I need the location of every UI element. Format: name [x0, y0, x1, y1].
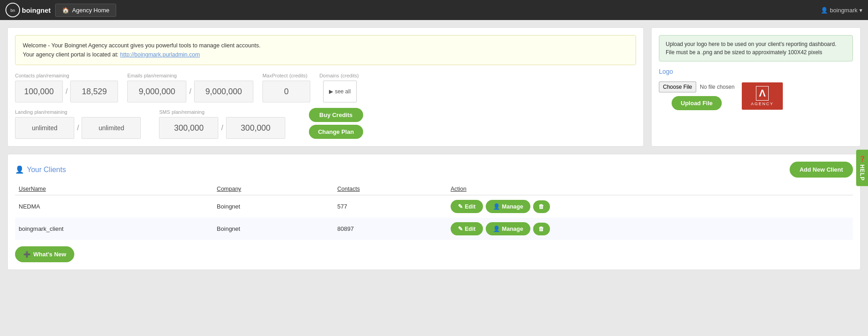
emails-divider: /	[189, 87, 191, 96]
sms-plan-value: 300,000	[159, 117, 218, 139]
col-action: Action	[447, 183, 853, 195]
action-cell-1: ✎ Edit 👤 Manage 🗑	[451, 222, 849, 235]
clients-table: UserName Company Contacts Action NEDMA B…	[15, 183, 853, 240]
clients-header: 👤 Your Clients Add New Client	[15, 162, 853, 178]
emails-boxes: 9,000,000 / 9,000,000	[127, 81, 253, 102]
agency-home-label: Agency Home	[72, 7, 109, 14]
edit-button-0[interactable]: ✎ Edit	[451, 200, 483, 213]
manage-icon-1: 👤	[493, 225, 500, 232]
contacts-divider: /	[66, 87, 67, 96]
client-username-1: boingmark_client	[15, 218, 213, 240]
change-plan-button[interactable]: Change Plan	[309, 125, 363, 139]
stats-row-2: Landing plan/remaining unlimited / unlim…	[15, 108, 636, 139]
help-icon: ❓	[859, 155, 865, 163]
logo-text: boingnet	[22, 6, 51, 14]
top-row: Welcome - Your Boingnet Agency account g…	[7, 27, 861, 147]
sms-divider: /	[221, 124, 223, 132]
landing-plan-value: unlimited	[15, 117, 74, 139]
logo-section-title: Logo	[659, 68, 853, 75]
table-row: NEDMA Boingnet 577 ✎ Edit 👤	[15, 195, 853, 218]
maxprotect-boxes: 0	[262, 81, 310, 102]
emails-remaining-value: 9,000,000	[194, 81, 253, 102]
landing-boxes: unlimited / unlimited	[15, 117, 141, 139]
manage-button-0[interactable]: 👤 Manage	[486, 200, 531, 213]
portal-link[interactable]: http://boingmark.purladmin.com	[120, 51, 200, 58]
domains-group: Domains (credits) ▶ see all	[319, 72, 359, 102]
manage-button-1[interactable]: 👤 Manage	[486, 222, 531, 235]
clients-table-container: UserName Company Contacts Action NEDMA B…	[15, 183, 853, 240]
see-all-button[interactable]: ▶ see all	[323, 81, 357, 102]
upload-file-button[interactable]: Upload File	[672, 96, 722, 110]
choose-file-button[interactable]: Choose File	[659, 81, 696, 92]
svg-text:bn: bn	[10, 8, 15, 13]
landing-group: Landing plan/remaining unlimited / unlim…	[15, 109, 141, 139]
landing-remaining-value: unlimited	[82, 117, 141, 139]
col-username: UserName	[15, 183, 213, 195]
whats-new-icon: ➕	[23, 251, 31, 258]
sms-label: SMS plan/remaining	[159, 109, 285, 115]
header-left: bn boingnet 🏠 Agency Home	[5, 3, 116, 17]
main-content: Welcome - Your Boingnet Agency account g…	[0, 20, 868, 277]
client-actions-1: ✎ Edit 👤 Manage 🗑	[447, 218, 853, 240]
domains-label: Domains (credits)	[319, 72, 359, 79]
clients-section: 👤 Your Clients Add New Client UserName C…	[7, 154, 861, 270]
edit-label-1: Edit	[465, 226, 476, 232]
contacts-label: Contacts plan/remaining	[15, 72, 118, 79]
client-actions-0: ✎ Edit 👤 Manage 🗑	[447, 195, 853, 218]
manage-label-0: Manage	[502, 204, 524, 210]
contacts-remaining-value: 18,529	[70, 81, 118, 102]
whats-new-button[interactable]: ➕ What's New	[15, 246, 74, 262]
logo-upload-row: Choose File No file chosen Upload File Λ…	[659, 81, 853, 110]
client-contacts-0: 577	[334, 195, 447, 218]
manage-icon-0: 👤	[493, 203, 500, 210]
edit-button-1[interactable]: ✎ Edit	[451, 222, 483, 235]
help-tab[interactable]: ❓ HELP	[856, 150, 868, 186]
sms-group: SMS plan/remaining 300,000 / 300,000	[159, 109, 285, 139]
left-panel: Welcome - Your Boingnet Agency account g…	[7, 27, 644, 147]
action-buttons: Buy Credits Change Plan	[309, 108, 363, 139]
agency-letter: Λ	[756, 86, 769, 101]
clients-header-row: UserName Company Contacts Action	[15, 183, 853, 195]
file-input-area: Choose File No file chosen Upload File	[659, 81, 734, 110]
help-label: HELP	[859, 164, 865, 181]
domains-boxes: ▶ see all	[319, 81, 359, 102]
edit-label-0: Edit	[465, 204, 476, 210]
clients-title-text: Your Clients	[27, 166, 66, 174]
table-row: boingmark_client Boingnet 80897 ✎ Edit 👤	[15, 218, 853, 240]
contacts-plan-value: 100,000	[15, 81, 63, 102]
landing-label: Landing plan/remaining	[15, 109, 141, 115]
edit-icon-0: ✎	[458, 203, 463, 210]
emails-plan-value: 9,000,000	[127, 81, 186, 102]
action-cell-0: ✎ Edit 👤 Manage 🗑	[451, 200, 849, 213]
whats-new-label: What's New	[33, 251, 66, 258]
manage-label-1: Manage	[502, 226, 524, 232]
agency-home-button[interactable]: 🏠 Agency Home	[55, 4, 116, 17]
add-new-client-button[interactable]: Add New Client	[790, 162, 853, 178]
delete-button-0[interactable]: 🗑	[533, 200, 550, 213]
client-contacts-1: 80897	[334, 218, 447, 240]
client-company-0: Boingnet	[213, 195, 334, 218]
clients-icon: 👤	[15, 165, 24, 174]
client-username-0: NEDMA	[15, 195, 213, 218]
buy-credits-button[interactable]: Buy Credits	[309, 108, 363, 122]
landing-divider: /	[77, 124, 79, 132]
edit-icon-1: ✎	[458, 225, 463, 232]
see-all-label: see all	[335, 88, 351, 95]
stats-row-1: Contacts plan/remaining 100,000 / 18,529…	[15, 72, 636, 102]
clients-title: 👤 Your Clients	[15, 165, 66, 174]
delete-button-1[interactable]: 🗑	[533, 223, 550, 235]
upload-info-box: Upload your logo here to be used on your…	[659, 35, 853, 61]
home-icon: 🏠	[62, 7, 69, 14]
header: bn boingnet 🏠 Agency Home 👤 boingmark ▾	[0, 0, 868, 20]
clients-table-body: NEDMA Boingnet 577 ✎ Edit 👤	[15, 195, 853, 240]
welcome-line2: Your agency client portal is located at:…	[23, 50, 628, 59]
file-input-row: Choose File No file chosen	[659, 81, 734, 92]
play-icon: ▶	[329, 88, 333, 95]
col-company: Company	[213, 183, 334, 195]
clients-table-header: UserName Company Contacts Action	[15, 183, 853, 195]
contacts-boxes: 100,000 / 18,529	[15, 81, 118, 102]
right-panel: Upload your logo here to be used on your…	[651, 27, 861, 147]
sms-boxes: 300,000 / 300,000	[159, 117, 285, 139]
user-menu[interactable]: 👤 boingmark ▾	[821, 7, 863, 14]
maxprotect-label: MaxProtect (credits)	[262, 72, 310, 79]
